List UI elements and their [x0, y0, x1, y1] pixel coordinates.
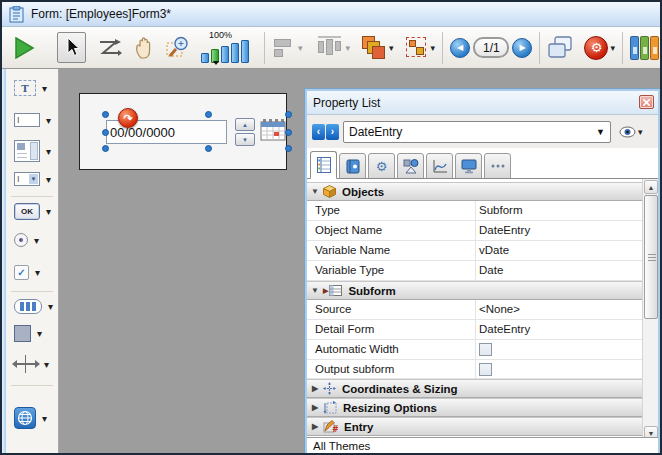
sidebar-item-radio-tool[interactable]: ▾ [6, 233, 58, 247]
expand-arrow-icon[interactable]: ▼ [307, 286, 323, 295]
scrollbar-thumb[interactable] [644, 195, 658, 319]
date-spinner[interactable]: ▲ ▼ [235, 118, 255, 146]
zoom-bars-icon[interactable] [201, 40, 249, 63]
level-dropdown-arrow[interactable]: ▾ [389, 43, 394, 53]
button-tool-icon[interactable]: OK [14, 203, 40, 220]
sidebar-item-combo-box-tool[interactable]: I▼ ▾ [6, 172, 58, 186]
output-subform-checkbox[interactable] [479, 363, 492, 376]
gear-button[interactable]: ⚙ [584, 36, 608, 60]
next-page-button[interactable]: ▶ [512, 38, 532, 58]
checkbox-tool-icon[interactable]: ✓ [14, 265, 29, 280]
group-dropdown-arrow[interactable]: ▾ [431, 43, 436, 53]
next-object-icon[interactable]: › [326, 124, 339, 140]
selection-handle[interactable] [102, 111, 109, 118]
sidebar-item-input-tool[interactable]: I ▾ [6, 113, 58, 127]
splitter-tool-icon[interactable] [14, 355, 38, 373]
dropdown-arrow-icon[interactable]: ▾ [46, 115, 51, 126]
property-value[interactable]: Subform [479, 204, 522, 216]
dropdown-arrow-icon[interactable]: ▾ [42, 83, 47, 94]
tab-shapes[interactable] [397, 153, 424, 179]
entry-order-button[interactable] [97, 38, 122, 58]
sidebar-item-web-area-tool[interactable]: ▾ [6, 407, 58, 429]
property-row-automatic-width[interactable]: Automatic Width [307, 340, 642, 360]
property-value[interactable]: DateEntry [479, 224, 530, 236]
automatic-width-checkbox[interactable] [479, 343, 492, 356]
selection-handle[interactable] [285, 145, 292, 152]
library-button[interactable] [630, 36, 660, 60]
section-header-subform[interactable]: ▼ ▶ Subform [307, 281, 642, 300]
selection-handle[interactable] [205, 145, 212, 152]
selection-handle[interactable] [102, 129, 109, 136]
property-scrollbar[interactable]: ▲ ▼ [642, 179, 658, 441]
property-value[interactable]: <None> [479, 303, 520, 315]
dropdown-arrow-icon[interactable]: ▾ [35, 267, 40, 278]
property-row-output-subform[interactable]: Output subform [307, 360, 642, 379]
tab-gear[interactable]: ⚙ [368, 153, 395, 179]
property-row-type[interactable]: Type Subform [307, 201, 642, 221]
zoom-level-widget[interactable]: 100% [201, 30, 257, 66]
dropdown-arrow-icon[interactable]: ▾ [48, 301, 53, 312]
radio-button-tool-icon[interactable] [14, 233, 28, 247]
collapse-arrow-icon[interactable]: ▶ [307, 384, 323, 393]
web-area-tool-icon[interactable] [14, 407, 36, 429]
property-row-detail-form[interactable]: Detail Form DateEntry [307, 320, 642, 340]
tab-curve[interactable] [426, 153, 453, 179]
dropdown-arrow-icon[interactable]: ▾ [42, 413, 47, 424]
pointer-tool-button[interactable] [57, 32, 86, 63]
selection-handle[interactable] [102, 145, 109, 152]
eye-dropdown-arrow[interactable]: ▾ [638, 127, 643, 137]
calendar-button[interactable] [260, 118, 286, 146]
list-box-tool-icon[interactable] [14, 140, 40, 162]
pan-tool-button[interactable] [133, 36, 155, 60]
tab-more[interactable] [484, 153, 511, 179]
property-value[interactable]: Date [479, 264, 503, 276]
sidebar-item-text-tool[interactable]: T ▾ [6, 80, 58, 96]
property-row-object-name[interactable]: Object Name DateEntry [307, 221, 642, 241]
scroll-up-icon[interactable]: ▲ [644, 180, 658, 194]
group-button[interactable] [405, 36, 429, 60]
zoom-tool-button[interactable] [166, 35, 191, 60]
sidebar-item-checkbox-tool[interactable]: ✓ ▾ [6, 265, 58, 280]
text-tool-icon[interactable]: T [14, 80, 36, 96]
section-header-resizing[interactable]: ▶ Resizing Options [307, 398, 642, 417]
dropdown-arrow-icon[interactable]: ▾ [34, 235, 39, 246]
dropdown-arrow-icon[interactable]: ▾ [46, 146, 51, 157]
spinner-up-icon[interactable]: ▲ [235, 118, 255, 131]
object-selector-combo[interactable]: DateEntry ▼ [343, 121, 611, 143]
button-grid-tool-icon[interactable] [14, 299, 42, 314]
dropdown-arrow-icon[interactable]: ▾ [46, 174, 51, 185]
property-row-variable-name[interactable]: Variable Name vDate [307, 241, 642, 261]
previous-object-icon[interactable]: ‹ [312, 124, 325, 140]
sidebar-item-list-box-tool[interactable]: ▾ [6, 140, 58, 162]
sidebar-item-splitter-tool[interactable]: ▾ [6, 355, 58, 373]
collapse-arrow-icon[interactable]: ▶ [307, 422, 323, 431]
gear-dropdown-arrow[interactable]: ▾ [610, 43, 615, 53]
section-header-objects[interactable]: ▼ Objects [307, 182, 642, 201]
tab-properties-list[interactable] [310, 151, 337, 179]
sidebar-item-rectangle-tool[interactable]: ▾ [6, 325, 58, 342]
theme-filter-bar[interactable]: All Themes [307, 437, 658, 453]
tab-display[interactable] [455, 153, 482, 179]
property-list-titlebar[interactable]: Property List [307, 91, 658, 115]
property-row-source[interactable]: Source <None> [307, 300, 642, 320]
dropdown-arrow-icon[interactable]: ▾ [46, 206, 51, 217]
previous-page-button[interactable]: ◀ [450, 38, 470, 58]
expand-arrow-icon[interactable]: ▼ [307, 187, 323, 196]
combo-box-tool-icon[interactable]: I▼ [14, 172, 40, 186]
display-pages-button[interactable] [547, 35, 573, 60]
spinner-down-icon[interactable]: ▼ [235, 133, 255, 146]
sidebar-item-button-tool[interactable]: OK ▾ [6, 203, 58, 220]
tab-book[interactable] [339, 153, 366, 179]
input-tool-icon[interactable]: I [14, 113, 40, 127]
view-options-button[interactable]: ▾ [619, 126, 643, 138]
selection-handle[interactable] [285, 111, 292, 118]
section-header-coordinates[interactable]: ▶ Coordinates & Sizing [307, 379, 642, 398]
property-value[interactable]: vDate [479, 244, 509, 256]
section-header-entry[interactable]: ▶ # Entry [307, 417, 642, 436]
selection-handle[interactable] [285, 129, 292, 136]
collapse-arrow-icon[interactable]: ▶ [307, 403, 323, 412]
property-row-variable-type[interactable]: Variable Type Date [307, 261, 642, 281]
window-titlebar[interactable]: Form: [Employees]Form3* [2, 2, 660, 27]
sidebar-item-button-grid-tool[interactable]: ▾ [6, 299, 58, 314]
close-button[interactable] [639, 95, 654, 109]
